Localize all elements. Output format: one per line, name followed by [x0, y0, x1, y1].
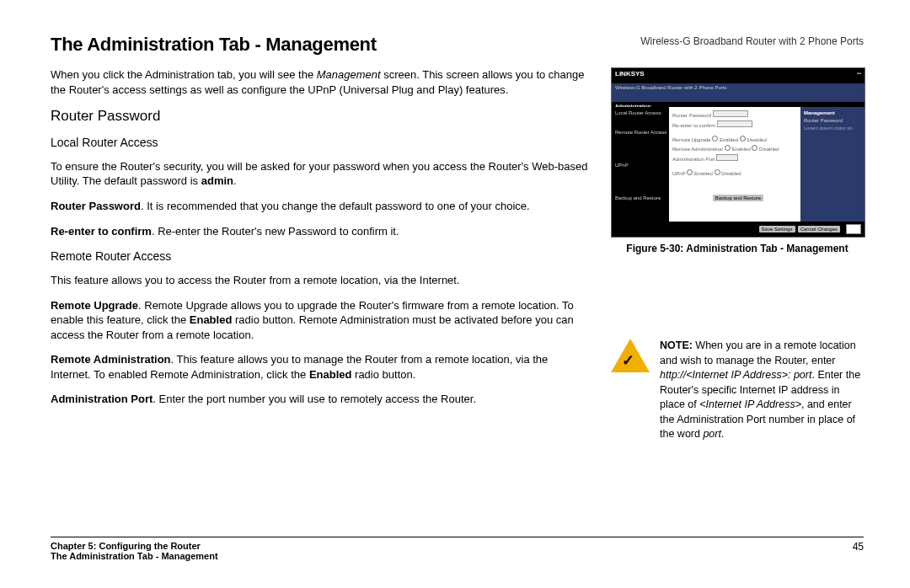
- note-em1: http://<Internet IP Address>: port: [660, 369, 811, 381]
- re-bold: Re-enter to confirm: [51, 225, 152, 238]
- remote-upgrade-para: Remote Upgrade. Remote Upgrade allows yo…: [51, 298, 590, 343]
- figure-screenshot: LINKSYS ▬ Wireless-G Broadband Router wi…: [611, 67, 865, 238]
- fig-left-1: Remote Router Access: [615, 130, 672, 135]
- fig-btn-save: Save Settings: [759, 226, 795, 233]
- fig-btn-backup: Backup and Restore: [713, 195, 763, 201]
- fig-btn-cancel: Cancel Changes: [798, 226, 840, 233]
- router-password-para: Router Password. It is recommended that …: [51, 199, 590, 214]
- reenter-para: Re-enter to confirm. Re-enter the Router…: [51, 224, 590, 239]
- local-p1-bold: admin: [201, 174, 233, 187]
- note-text: NOTE: When you are in a remote location …: [660, 339, 864, 442]
- local-p1: To ensure the Router's security, you wil…: [51, 159, 590, 189]
- ap-bold: Administration Port: [51, 393, 153, 405]
- admin-port-para: Administration Port. Enter the port numb…: [51, 392, 590, 407]
- remote-admin-para: Remote Administration. This feature allo…: [51, 352, 590, 382]
- fig-left-panel: Local Router Access Remote Router Access…: [612, 107, 676, 222]
- ap-text: . Enter the port number you will use to …: [153, 393, 476, 405]
- body-text: When you click the Administration tab, y…: [51, 67, 590, 417]
- rp-text: . It is recommended that you change the …: [141, 200, 530, 212]
- ra-tb: Enabled: [309, 368, 352, 381]
- footer-page-number: 45: [853, 541, 864, 553]
- local-p1-end: .: [233, 174, 237, 187]
- ra-t2: radio button.: [351, 368, 415, 381]
- page-footer: Chapter 5: Configuring the Router The Ad…: [51, 537, 864, 561]
- product-header: Wireless-G Broadband Router with 2 Phone…: [640, 35, 864, 47]
- ru-tb: Enabled: [190, 313, 233, 326]
- note-t4: .: [721, 428, 724, 440]
- fig-brand: LINKSYS: [615, 70, 645, 82]
- note-em3: port: [703, 428, 721, 440]
- note-bold: NOTE:: [660, 339, 693, 351]
- note-em2: <Internet IP Address>: [699, 398, 801, 410]
- intro-em: Management: [317, 68, 381, 81]
- note-block: ✓ NOTE: When you are in a remote locatio…: [611, 339, 864, 442]
- footer-section: The Administration Tab - Management: [51, 551, 218, 561]
- intro-pre: When you click the Administration tab, y…: [51, 68, 317, 81]
- ru-bold: Remote Upgrade: [51, 299, 138, 312]
- ra-bold: Remote Administration: [51, 353, 171, 366]
- re-text: . Re-enter the Router's new Password to …: [152, 225, 399, 238]
- fig-right-panel: Management Router Password Lorem ipsum d…: [800, 107, 864, 222]
- fig-banner: Wireless-G Broadband Router with 2 Phone…: [612, 83, 864, 103]
- fig-right-title: Management: [804, 110, 861, 115]
- footer-chapter: Chapter 5: Configuring the Router: [51, 541, 201, 551]
- fig-main-panel: Router Password Re-enter to confirm Remo…: [669, 107, 807, 222]
- section-router-password: Router Password: [51, 107, 590, 126]
- warning-icon: ✓: [611, 339, 650, 372]
- figure-caption: Figure 5-30: Administration Tab - Manage…: [611, 243, 864, 254]
- sub-local-access: Local Router Access: [51, 135, 590, 151]
- fig-left-2: UPnP: [615, 163, 672, 168]
- fig-left-3: Backup and Restore: [615, 195, 672, 200]
- local-p1-text: To ensure the Router's security, you wil…: [51, 160, 587, 188]
- rp-bold: Router Password: [51, 200, 141, 212]
- remote-p1: This feature allows you to access the Ro…: [51, 273, 590, 288]
- intro-paragraph: When you click the Administration tab, y…: [51, 67, 590, 97]
- sub-remote-access: Remote Router Access: [51, 249, 590, 265]
- fig-left-0: Local Router Access: [615, 110, 672, 115]
